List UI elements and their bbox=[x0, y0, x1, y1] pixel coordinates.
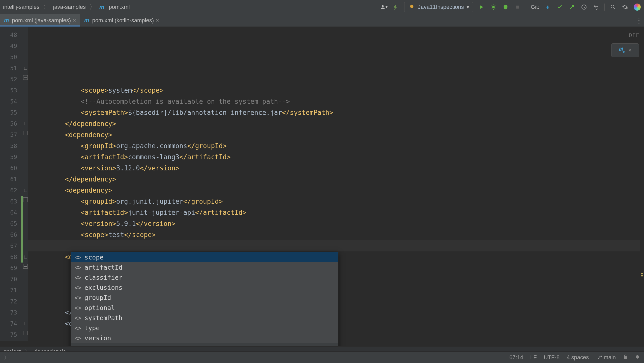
line-number[interactable]: 61 bbox=[0, 174, 23, 185]
line-number-gutter[interactable]: 4849505152535455565758596061626364656667… bbox=[0, 27, 23, 341]
fold-collapse-icon[interactable] bbox=[23, 264, 28, 269]
fold-gutter[interactable] bbox=[23, 27, 28, 341]
line-number[interactable]: 55 bbox=[0, 107, 23, 118]
line-number[interactable]: 50 bbox=[0, 51, 23, 63]
completion-item-scope[interactable]: <>scope bbox=[71, 252, 338, 262]
search-icon[interactable] bbox=[609, 3, 617, 11]
line-number[interactable]: 51 bbox=[0, 63, 23, 74]
code-line[interactable]: <artifactId>junit-jupiter-api</artifactI… bbox=[33, 207, 644, 218]
code-line[interactable]: <groupId>org.junit.jupiter</groupId> bbox=[33, 196, 644, 207]
line-number[interactable]: 52 bbox=[0, 74, 23, 85]
code-line[interactable]: <dependency> bbox=[33, 129, 644, 140]
fold-end-icon[interactable] bbox=[24, 255, 27, 258]
completion-item-optional[interactable]: <>optional bbox=[71, 303, 338, 313]
stop-icon[interactable] bbox=[514, 3, 521, 11]
line-number[interactable]: 63 bbox=[0, 196, 23, 207]
indent-setting[interactable]: 4 spaces bbox=[567, 354, 589, 361]
run-icon[interactable] bbox=[478, 3, 485, 11]
breadcrumb-file[interactable]: pom.xml bbox=[109, 4, 130, 10]
line-number[interactable]: 73 bbox=[0, 307, 23, 318]
line-number[interactable]: 48 bbox=[0, 29, 23, 40]
code-line[interactable]: <scope>test</scope> bbox=[33, 229, 644, 240]
breadcrumb-module[interactable]: java-samples bbox=[53, 4, 86, 10]
line-number[interactable]: 71 bbox=[0, 285, 23, 296]
line-number[interactable]: 58 bbox=[0, 140, 23, 151]
close-icon[interactable]: × bbox=[628, 45, 631, 56]
completion-item-classifier[interactable]: <>classifier bbox=[71, 272, 338, 282]
line-number[interactable]: 54 bbox=[0, 96, 23, 107]
error-stripe[interactable] bbox=[640, 54, 644, 307]
line-number[interactable]: 59 bbox=[0, 151, 23, 163]
git-update-icon[interactable] bbox=[544, 3, 551, 11]
close-icon[interactable]: × bbox=[73, 17, 76, 24]
line-number[interactable]: 56 bbox=[0, 118, 23, 129]
fold-end-icon[interactable] bbox=[24, 189, 27, 192]
code-line[interactable]: <systemPath>${basedir}/lib/annotation-in… bbox=[33, 107, 644, 118]
git-branch[interactable]: ⎇ main bbox=[596, 354, 616, 361]
code-line[interactable]: <!--Autocompletion is available on the s… bbox=[33, 96, 644, 107]
line-number[interactable]: 60 bbox=[0, 163, 23, 174]
warning-marker[interactable] bbox=[641, 273, 643, 274]
line-number[interactable]: 68 bbox=[0, 251, 23, 263]
inspection-widget[interactable]: m↻ × bbox=[611, 43, 639, 57]
code-line[interactable]: <groupId>org.apache.commons</groupId> bbox=[33, 140, 644, 151]
fold-collapse-icon[interactable] bbox=[23, 75, 28, 80]
completion-item-groupId[interactable]: <>groupId bbox=[71, 293, 338, 303]
fold-end-icon[interactable] bbox=[24, 122, 27, 125]
line-number[interactable]: 66 bbox=[0, 229, 23, 240]
line-number[interactable]: 65 bbox=[0, 218, 23, 229]
completion-item-systemPath[interactable]: <>systemPath bbox=[71, 313, 338, 323]
line-separator[interactable]: LF bbox=[530, 354, 537, 361]
breadcrumb-project[interactable]: intellij-samples bbox=[3, 4, 39, 10]
line-number[interactable]: 70 bbox=[0, 274, 23, 285]
line-number[interactable]: 72 bbox=[0, 296, 23, 307]
code-line[interactable]: <version>5.9.1</version> bbox=[33, 218, 644, 229]
warning-marker[interactable] bbox=[641, 275, 643, 276]
history-icon[interactable] bbox=[580, 3, 588, 11]
debug-icon[interactable] bbox=[490, 3, 497, 11]
code-line[interactable]: </dependency> bbox=[33, 174, 644, 185]
tabs-more-icon[interactable]: ⋮ bbox=[634, 14, 644, 27]
readonly-lock-icon[interactable] bbox=[623, 354, 628, 361]
code-line[interactable]: <version>3.12.0</version> bbox=[33, 163, 644, 174]
line-number[interactable]: 57 bbox=[0, 129, 23, 140]
reader-mode-indicator[interactable]: OFF bbox=[629, 30, 639, 41]
build-icon[interactable] bbox=[392, 3, 400, 11]
line-number[interactable]: 64 bbox=[0, 207, 23, 218]
fold-end-icon[interactable] bbox=[24, 322, 27, 325]
git-commit-icon[interactable] bbox=[556, 3, 564, 11]
vcs-change-marker[interactable] bbox=[21, 196, 23, 263]
code-with-me-icon[interactable]: ▾ bbox=[380, 3, 388, 11]
completion-item-version[interactable]: <>version bbox=[71, 333, 338, 343]
settings-icon[interactable] bbox=[621, 3, 629, 11]
ide-logo-icon[interactable] bbox=[633, 3, 641, 11]
rollback-icon[interactable] bbox=[592, 3, 600, 11]
close-icon[interactable]: × bbox=[156, 17, 159, 24]
notifications-icon[interactable] bbox=[635, 354, 640, 361]
completion-item-type[interactable]: <>type bbox=[71, 323, 338, 333]
code-line[interactable]: <dependency> bbox=[33, 185, 644, 196]
line-number[interactable]: 69 bbox=[0, 263, 23, 274]
fold-collapse-icon[interactable] bbox=[23, 197, 28, 202]
line-number[interactable]: 75 bbox=[0, 329, 23, 340]
run-config-selector[interactable]: Java11Inspections ▾ bbox=[404, 2, 473, 12]
completion-item-artifactId[interactable]: <>artifactId bbox=[71, 262, 338, 272]
caret-position[interactable]: 67:14 bbox=[509, 354, 523, 361]
line-number[interactable]: 74 bbox=[0, 318, 23, 329]
line-number[interactable]: 62 bbox=[0, 185, 23, 196]
code-line[interactable]: </dependency> bbox=[33, 118, 644, 129]
line-number[interactable]: 53 bbox=[0, 85, 23, 96]
file-encoding[interactable]: UTF-8 bbox=[544, 354, 560, 361]
tab-pom-kotlin[interactable]: m pom.xml (kotlin-samples) × bbox=[80, 14, 163, 27]
fold-end-icon[interactable] bbox=[24, 67, 27, 70]
line-number[interactable]: 67 bbox=[0, 240, 23, 251]
git-push-icon[interactable] bbox=[568, 3, 576, 11]
fold-collapse-icon[interactable] bbox=[23, 331, 28, 335]
code-line[interactable]: <scope>system</scope> bbox=[33, 85, 644, 96]
code-line[interactable]: <artifactId>commons-lang3</artifactId> bbox=[33, 151, 644, 163]
fold-collapse-icon[interactable] bbox=[23, 131, 28, 135]
coverage-icon[interactable] bbox=[502, 3, 509, 11]
tab-pom-java[interactable]: m pom.xml (java-samples) × bbox=[0, 14, 80, 27]
line-number[interactable]: 49 bbox=[0, 40, 23, 51]
tool-windows-toggle-icon[interactable] bbox=[4, 355, 10, 360]
